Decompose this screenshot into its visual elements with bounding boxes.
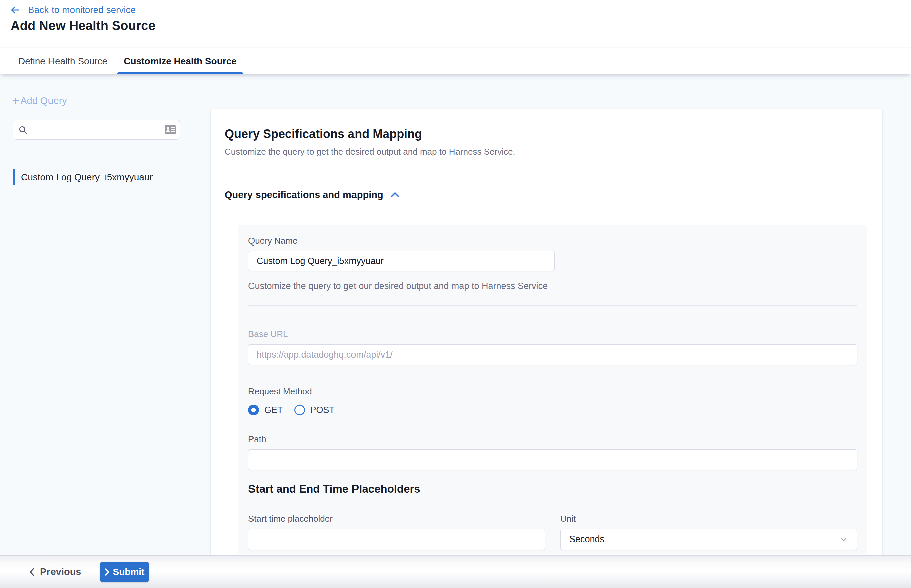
query-name-input[interactable] xyxy=(248,251,555,271)
tab-customize-health-source[interactable]: Customize Health Source xyxy=(117,48,243,74)
section-title: Query specifications and mapping xyxy=(225,189,383,200)
request-method-radio-group: GET POST xyxy=(248,405,858,415)
unit-select[interactable]: Seconds xyxy=(560,529,857,550)
previous-button[interactable]: Previous xyxy=(29,566,81,577)
plus-icon: + xyxy=(12,94,19,107)
unit-select-value: Seconds xyxy=(569,534,604,544)
radio-selected-icon xyxy=(248,405,259,415)
radio-post-label: POST xyxy=(310,405,335,415)
search-icon xyxy=(18,125,28,135)
start-time-column: Start time placeholder xyxy=(248,514,545,550)
selected-indicator-bar xyxy=(13,169,15,185)
add-query-button[interactable]: + Add Query xyxy=(12,94,67,107)
radio-unselected-icon xyxy=(294,405,305,415)
base-url-input[interactable] xyxy=(248,344,858,365)
card-title: Query Specifications and Mapping xyxy=(225,127,868,141)
chevron-left-icon xyxy=(29,567,36,577)
query-name-label: Query Name xyxy=(248,236,858,246)
query-list-item[interactable]: Custom Log Query_i5xmyyuaur xyxy=(13,169,153,185)
request-method-label: Request Method xyxy=(248,386,858,397)
collapsible-section-header: Query specifications and mapping xyxy=(225,189,882,200)
panel-divider-1 xyxy=(248,305,858,306)
unit-label: Unit xyxy=(560,514,857,524)
panel-divider-2 xyxy=(248,506,858,506)
path-input[interactable] xyxy=(248,449,858,470)
query-search-input[interactable] xyxy=(32,120,159,139)
contact-card-icon[interactable] xyxy=(164,124,176,135)
back-link[interactable]: Back to monitored service xyxy=(10,5,136,15)
sidebar-divider xyxy=(13,164,188,164)
unit-column: Unit Seconds xyxy=(560,514,857,550)
query-mapping-card: Query Specifications and Mapping Customi… xyxy=(211,109,882,556)
radio-option-post[interactable]: POST xyxy=(294,405,335,415)
time-placeholder-row: Start time placeholder Unit Seconds xyxy=(248,514,858,550)
card-header: Query Specifications and Mapping Customi… xyxy=(211,109,882,169)
previous-button-label: Previous xyxy=(40,566,81,577)
query-item-label: Custom Log Query_i5xmyyuaur xyxy=(21,172,153,183)
chevron-down-icon xyxy=(840,535,848,544)
add-health-source-screen: Back to monitored service Add New Health… xyxy=(0,0,911,588)
radio-option-get[interactable]: GET xyxy=(248,405,283,415)
query-spec-panel: Query Name Customize the query to get ou… xyxy=(238,225,867,554)
tab-define-health-source[interactable]: Define Health Source xyxy=(18,48,107,74)
query-name-helper: Customize the query to get our desired o… xyxy=(248,281,858,291)
start-time-input[interactable] xyxy=(248,529,545,550)
time-placeholders-heading: Start and End Time Placeholders xyxy=(248,483,858,495)
card-subtitle: Customize the query to get the desired o… xyxy=(225,147,868,157)
add-query-label: Add Query xyxy=(20,95,67,107)
submit-button[interactable]: Submit xyxy=(100,562,149,582)
radio-get-label: GET xyxy=(264,405,283,415)
wizard-tab-bar: Define Health Source Customize Health So… xyxy=(0,48,911,74)
start-time-label: Start time placeholder xyxy=(248,514,545,524)
submit-button-label: Submit xyxy=(113,567,145,577)
wizard-footer: Previous Submit xyxy=(0,555,911,588)
back-link-label: Back to monitored service xyxy=(28,5,136,15)
page-title: Add New Health Source xyxy=(11,19,155,33)
query-search-box xyxy=(13,120,180,140)
arrow-left-icon xyxy=(10,5,21,15)
base-url-label: Base URL xyxy=(248,329,858,339)
chevron-up-icon[interactable] xyxy=(390,191,400,199)
page-header: Back to monitored service Add New Health… xyxy=(0,0,911,47)
path-label: Path xyxy=(248,434,858,444)
chevron-right-icon xyxy=(104,568,110,576)
